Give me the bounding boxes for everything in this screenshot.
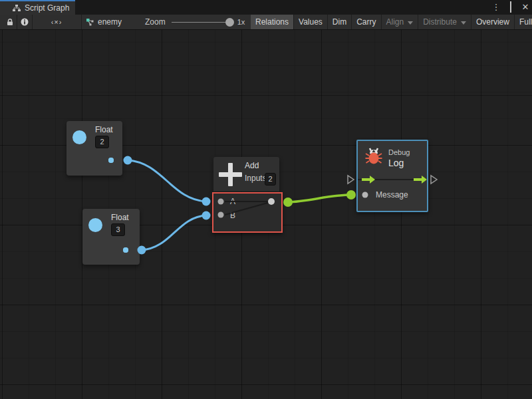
float-value-input[interactable]: 3 bbox=[111, 223, 125, 236]
graph-reference[interactable]: enemy bbox=[85, 15, 122, 29]
toolbar-buttons: Relations Values Dim Carry Align Distrib… bbox=[251, 15, 532, 29]
node-category: Debug bbox=[388, 148, 410, 156]
node-title: Float bbox=[95, 125, 113, 134]
lock-icon bbox=[6, 18, 14, 26]
port-a-label: A bbox=[230, 197, 235, 206]
port-b-label: B bbox=[230, 211, 235, 220]
script-graph-icon bbox=[12, 4, 21, 13]
distribute-button: Distribute bbox=[418, 15, 471, 29]
flow-input-triangle[interactable] bbox=[348, 176, 354, 184]
chevron-down-icon bbox=[408, 21, 413, 25]
tab-title: Script Graph bbox=[25, 3, 69, 13]
wire-endpoint[interactable] bbox=[124, 156, 132, 165]
graph-asset-icon bbox=[85, 17, 94, 27]
add-node[interactable]: Add Inputs 2 bbox=[213, 157, 279, 192]
flow-output-triangle[interactable] bbox=[431, 176, 437, 184]
values-button[interactable]: Values bbox=[294, 15, 328, 29]
float-node-2[interactable]: Float 3 bbox=[82, 209, 140, 265]
zoom-slider-handle[interactable] bbox=[225, 18, 234, 27]
carry-button[interactable]: Carry bbox=[352, 15, 381, 29]
zoom-control: Zoom 1x bbox=[145, 15, 245, 29]
wire-add-to-debug[interactable] bbox=[288, 195, 351, 202]
wire-float2-to-add-b[interactable] bbox=[142, 215, 206, 250]
dim-button[interactable]: Dim bbox=[328, 15, 352, 29]
float-value-input[interactable]: 2 bbox=[95, 136, 109, 148]
script-graph-window: Script Graph ⋮ ✕ ‹×› bbox=[0, 0, 532, 399]
window-controls: ⋮ ✕ bbox=[491, 0, 531, 15]
title-bar: Script Graph ⋮ ✕ bbox=[0, 0, 532, 15]
add-node-ports[interactable]: A B bbox=[212, 192, 283, 233]
maximize-icon[interactable] bbox=[505, 0, 516, 15]
wire-float1-to-add-a[interactable] bbox=[128, 160, 206, 201]
zoom-value: 1x bbox=[237, 18, 245, 26]
inputs-label: Inputs bbox=[245, 174, 267, 183]
wire-endpoint[interactable] bbox=[346, 190, 356, 200]
chevron-down-icon bbox=[461, 21, 466, 25]
lock-button[interactable] bbox=[3, 15, 17, 29]
info-icon bbox=[21, 18, 29, 26]
align-button: Align bbox=[382, 15, 419, 29]
inputs-count-input[interactable]: 2 bbox=[265, 173, 276, 186]
message-port-label: Message bbox=[376, 190, 408, 200]
relations-button[interactable]: Relations bbox=[251, 15, 294, 29]
graph-toolbar: ‹×› enemy Zoom 1x Relations Values Dim C… bbox=[0, 15, 532, 30]
code-view-button[interactable]: ‹×› bbox=[33, 15, 80, 29]
float-output-port[interactable] bbox=[123, 247, 128, 253]
tab-script-graph[interactable]: Script Graph bbox=[0, 0, 75, 15]
node-title: Float bbox=[111, 213, 129, 222]
node-title: Log bbox=[388, 158, 404, 168]
wire-endpoint[interactable] bbox=[202, 211, 211, 220]
overview-button[interactable]: Overview bbox=[471, 15, 515, 29]
zoom-slider[interactable] bbox=[172, 22, 231, 23]
inspect-button[interactable] bbox=[17, 15, 32, 29]
float-type-icon bbox=[72, 130, 86, 144]
wire-endpoint[interactable] bbox=[202, 198, 211, 206]
window-menu-icon[interactable]: ⋮ bbox=[491, 0, 501, 15]
close-icon[interactable]: ✕ bbox=[520, 0, 531, 15]
graph-name: enemy bbox=[98, 17, 122, 27]
add-icon bbox=[219, 163, 242, 186]
float-node-1[interactable]: Float 2 bbox=[66, 121, 122, 176]
fullscreen-button[interactable]: Full Screen bbox=[515, 15, 532, 29]
node-title: Add bbox=[245, 161, 259, 170]
graph-canvas[interactable]: Float 2 Float 3 Add Inputs 2 A B bbox=[0, 30, 532, 399]
bug-icon bbox=[364, 146, 383, 168]
debug-log-node[interactable]: Debug Log Message bbox=[356, 140, 428, 212]
float-type-icon bbox=[88, 218, 102, 232]
code-icon: ‹×› bbox=[51, 18, 63, 26]
wire-endpoint[interactable] bbox=[283, 198, 293, 207]
zoom-label: Zoom bbox=[145, 17, 166, 27]
float-output-port[interactable] bbox=[108, 158, 114, 163]
